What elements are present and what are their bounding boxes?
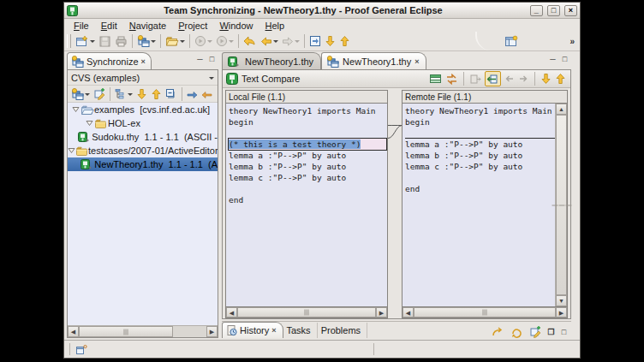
scrollbar-thumb[interactable] [556, 115, 567, 295]
ancestor-pane-button[interactable] [428, 71, 443, 86]
toolbar-grip[interactable] [67, 34, 71, 48]
scrollbar-track[interactable] [173, 326, 206, 337]
tab-problems[interactable]: Problems [318, 323, 367, 338]
scrollbar-thumb[interactable] [237, 307, 376, 317]
run-last-button[interactable] [193, 33, 214, 50]
new-wizard-button[interactable] [74, 33, 97, 50]
restore-view-button[interactable]: ❐ [546, 328, 556, 336]
chevron-down-icon[interactable] [229, 40, 234, 45]
close-icon[interactable]: × [141, 57, 146, 66]
incoming-mode-button[interactable] [185, 86, 200, 101]
chevron-down-icon[interactable] [151, 40, 156, 45]
collapse-all-button[interactable] [164, 86, 179, 101]
tree-item-examples[interactable]: examples [cvs.inf.ed.ac.uk] [68, 103, 218, 116]
print-button[interactable] [113, 33, 129, 50]
previous-change-button[interactable] [337, 33, 352, 50]
copy-all-left-to-right-button[interactable] [468, 71, 483, 86]
expand-twisty-icon[interactable] [71, 106, 80, 113]
menu-help[interactable]: Help [259, 21, 291, 31]
maximize-editor-button[interactable]: □ [560, 55, 569, 63]
open-element-button[interactable] [164, 33, 187, 50]
expand-twisty-icon[interactable] [68, 147, 75, 154]
menu-window[interactable]: Window [213, 21, 259, 31]
scroll-right-button[interactable]: ▶ [376, 307, 387, 317]
chevron-down-icon[interactable] [180, 40, 185, 45]
scroll-right-button[interactable]: ▶ [556, 307, 567, 317]
chevron-down-icon[interactable] [207, 40, 212, 45]
scroll-left-button[interactable]: ◀ [226, 307, 237, 317]
pin-button[interactable] [528, 323, 543, 341]
chevron-down-icon[interactable] [90, 40, 95, 45]
local-code-editor[interactable]: theory NewTheory1 imports Mainbegin(* th… [226, 104, 387, 306]
chevron-down-icon[interactable] [273, 40, 278, 45]
open-perspective-button[interactable] [503, 33, 520, 50]
tree-item-newtheory1-thy[interactable]: NewTheory1.thy 1.1 - 1.1 (A [68, 157, 218, 171]
close-icon[interactable]: × [414, 57, 419, 66]
link-with-editor-button[interactable] [490, 323, 505, 341]
outgoing-mode-button[interactable] [200, 86, 214, 101]
tab-tasks[interactable]: Tasks [283, 323, 318, 338]
minimize-view-button[interactable]: ─ [195, 55, 205, 63]
menu-file[interactable]: File [68, 21, 95, 31]
debug-last-button[interactable] [214, 33, 236, 50]
synchronize-action-button[interactable] [135, 33, 158, 50]
save-button[interactable] [97, 33, 113, 50]
maximize-view-button[interactable]: □ [559, 328, 569, 336]
scrollbar-thumb[interactable] [79, 326, 173, 337]
scrollbar-thumb[interactable] [414, 307, 556, 317]
refresh-button[interactable] [509, 323, 524, 341]
next-change-button[interactable] [323, 33, 337, 50]
title-bar[interactable]: Team Synchronizing - NewTheory1.thy - Pr… [64, 3, 580, 19]
scroll-up-button[interactable]: ▲ [556, 104, 567, 115]
expand-twisty-icon[interactable] [85, 120, 93, 127]
previous-difference-button[interactable] [149, 86, 164, 101]
pin-view-button[interactable] [92, 86, 107, 101]
next-difference-button[interactable] [134, 86, 149, 101]
minimize-editor-button[interactable]: ─ [548, 55, 558, 63]
navigate-forward-button[interactable] [280, 33, 301, 50]
sidebar-horizontal-scrollbar[interactable]: ◀ ▶ [68, 325, 218, 337]
menu-edit[interactable]: Edit [95, 21, 123, 31]
tree-item-hol-ex[interactable]: HOL-ex [68, 116, 218, 130]
menu-project[interactable]: Project [172, 21, 213, 31]
tree-item-sudoku-thy[interactable]: Sudoku.thy 1.1 - 1.1 (ASCII - [68, 130, 218, 144]
tree-item-testcases[interactable]: testcases/2007-01/ActiveEditorV [68, 144, 218, 157]
tab-synchronize[interactable]: Synchronize × [67, 52, 152, 69]
presentation-mode-button[interactable] [113, 86, 134, 101]
chevron-down-icon[interactable] [128, 93, 133, 98]
minimize-button[interactable]: _ [530, 5, 543, 16]
close-icon[interactable]: × [271, 326, 276, 335]
synchronize-scope-row[interactable]: CVS (examples) [68, 70, 218, 86]
chevron-down-icon[interactable] [209, 77, 214, 82]
toolbar-overflow-chevron[interactable]: » [569, 37, 575, 46]
scroll-right-button[interactable]: ▶ [206, 326, 218, 337]
chevron-down-icon[interactable] [85, 93, 90, 98]
two-way-compare-button[interactable] [444, 71, 459, 86]
navigate-back-button[interactable] [259, 33, 280, 50]
fast-view-icon[interactable] [75, 344, 87, 355]
scroll-left-button[interactable]: ◀ [402, 307, 414, 317]
back-button[interactable] [242, 33, 259, 50]
synchronize-mode-button[interactable] [69, 86, 92, 101]
remote-horizontal-scrollbar[interactable]: ◀ ▶ [402, 306, 567, 317]
next-difference-button[interactable] [540, 71, 552, 86]
tab-history[interactable]: History × [222, 322, 283, 338]
tab-newtheory1-compare[interactable]: NewTheory1.thy × [321, 52, 426, 69]
maximize-button[interactable]: □ [547, 5, 560, 16]
menu-navigate[interactable]: Navigate [123, 21, 172, 31]
close-button[interactable]: × [564, 5, 577, 16]
local-horizontal-scrollbar[interactable]: ◀ ▶ [226, 306, 387, 317]
copy-current-change-button[interactable] [485, 71, 501, 86]
previous-difference-button[interactable] [554, 71, 567, 86]
scroll-down-button[interactable]: ▼ [556, 295, 567, 306]
sync-tree[interactable]: examples [cvs.inf.ed.ac.uk]HOL-exSudoku.… [68, 103, 218, 325]
maximize-view-button[interactable]: □ [207, 55, 217, 63]
copy-left-button[interactable] [503, 71, 516, 86]
chevron-down-icon[interactable] [295, 40, 300, 45]
tab-newtheory1-editor[interactable]: NewTheory1.thy [222, 52, 321, 69]
remote-vertical-scrollbar[interactable]: ▲ ▼ [555, 104, 567, 306]
synchronize-button[interactable] [307, 33, 323, 50]
copy-right-button[interactable] [517, 71, 530, 86]
remote-code-editor[interactable]: theory NewTheory1 imports Mainbeginlemma… [402, 104, 555, 306]
scroll-left-button[interactable]: ◀ [68, 326, 79, 337]
